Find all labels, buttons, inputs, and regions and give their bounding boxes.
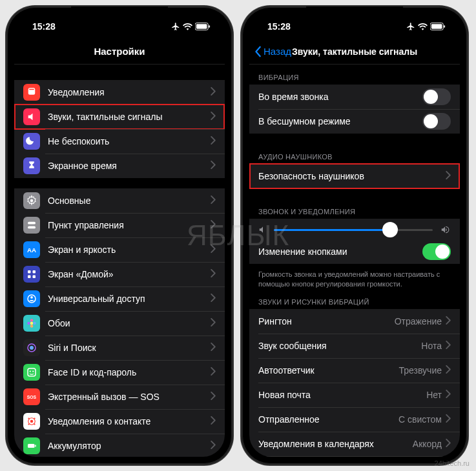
wifi-icon <box>183 23 192 30</box>
settings-row[interactable]: Уведомления <box>14 80 225 105</box>
volume-low-icon <box>258 225 267 234</box>
back-button[interactable]: Назад <box>254 46 291 57</box>
row-label: Новая почта <box>258 390 426 400</box>
airplane-icon <box>406 22 415 31</box>
settings-row[interactable]: Face ID и код-пароль <box>14 360 225 385</box>
toggle[interactable] <box>422 113 451 130</box>
notification-icon <box>23 84 40 101</box>
sos-icon: SOS <box>23 388 40 405</box>
sound-row[interactable]: Уведомления в календаряхАккорд <box>249 432 460 456</box>
status-icons <box>171 22 211 31</box>
svg-rect-22 <box>28 368 36 376</box>
row-label: Автоответчик <box>258 365 399 376</box>
chevron-right-icon <box>211 195 216 206</box>
svg-point-27 <box>30 420 34 423</box>
chevron-right-icon <box>446 389 451 401</box>
chevron-right-icon <box>211 366 216 378</box>
grid-icon <box>23 266 40 283</box>
group-notifications: УведомленияЗвуки, тактильные сигналыНе б… <box>14 80 225 178</box>
settings-row[interactable]: Экранное время <box>14 154 225 178</box>
volume-high-icon <box>439 225 451 234</box>
row-label: Универсальный доступ <box>48 294 211 304</box>
chevron-right-icon <box>446 340 451 352</box>
settings-row[interactable]: SOSЭкстренный вызов — SOS <box>14 385 225 409</box>
row-change-with-buttons[interactable]: Изменение кнопками <box>249 239 460 264</box>
row-value: Нет <box>426 390 442 400</box>
settings-row[interactable]: Звуки, тактильные сигналы <box>14 105 225 129</box>
sound-row[interactable]: РингтонОтражение <box>249 309 460 334</box>
wifi-icon <box>418 23 428 30</box>
row-label: Рингтон <box>258 316 395 326</box>
chevron-right-icon <box>211 219 216 231</box>
sound-row[interactable]: УведомленияАккорд <box>249 456 460 457</box>
moon-icon <box>23 133 40 150</box>
svg-rect-1 <box>196 24 207 28</box>
settings-row[interactable]: AAЭкран и яркость <box>14 237 225 262</box>
phone-right: 15:28 Назад Звуки, тактильные сигналы ВИ… <box>242 6 468 465</box>
row-value: С свистом <box>398 414 442 425</box>
chevron-right-icon <box>446 414 451 425</box>
group-ringer: Изменение кнопками <box>249 219 460 264</box>
svg-text:AA: AA <box>27 246 36 254</box>
chevron-right-icon <box>211 244 216 256</box>
svg-rect-11 <box>28 276 31 279</box>
person-icon <box>23 290 40 307</box>
volume-slider[interactable] <box>274 229 433 231</box>
row-value: Нота <box>421 341 442 351</box>
group-sounds: РингтонОтражениеЗвук сообщенияНотаАвтоот… <box>249 309 460 457</box>
toggle[interactable] <box>422 88 451 105</box>
toggle-row[interactable]: Во время звонка <box>249 85 460 109</box>
settings-row[interactable]: Не беспокоить <box>14 129 225 154</box>
navbar: Настройки <box>14 39 225 65</box>
row-label: Экстренный вызов — SOS <box>48 392 211 402</box>
section-header-ringer: ЗВОНОК И УВЕДОМЛЕНИЯ <box>249 199 460 219</box>
toggle-change-with-buttons[interactable] <box>422 243 451 260</box>
sound-row[interactable]: Новая почтаНет <box>249 383 460 407</box>
svg-point-28 <box>28 417 29 419</box>
settings-row[interactable]: Экран «Домой» <box>14 262 225 286</box>
svg-point-29 <box>34 417 35 419</box>
screen-right: 15:28 Назад Звуки, тактильные сигналы ВИ… <box>249 14 460 457</box>
row-label: Звуки, тактильные сигналы <box>48 112 211 122</box>
sound-row[interactable]: ОтправленноеС свистом <box>249 407 460 432</box>
screen-left: 15:28 Настройки УведомленияЗвуки, тактил… <box>14 14 225 457</box>
svg-point-14 <box>30 296 33 299</box>
chevron-right-icon <box>211 317 216 329</box>
row-label: Безопасность наушников <box>258 171 446 181</box>
svg-point-13 <box>28 295 36 303</box>
settings-row[interactable]: Пункт управления <box>14 213 225 237</box>
row-headphone-safety[interactable]: Безопасность наушников <box>249 164 460 188</box>
settings-row[interactable]: Обои <box>14 311 225 336</box>
settings-row[interactable]: Универсальный доступ <box>14 286 225 311</box>
exposure-icon <box>23 413 40 430</box>
svg-point-21 <box>30 346 34 350</box>
row-label: Пункт управления <box>48 220 211 230</box>
section-header-vibration: ВИБРАЦИЯ <box>249 65 460 85</box>
chevron-right-icon <box>211 293 216 305</box>
chevron-left-icon <box>254 46 262 57</box>
row-label: Уведомления в календарях <box>258 439 413 449</box>
sound-icon <box>23 108 40 125</box>
svg-rect-33 <box>35 445 36 447</box>
svg-rect-36 <box>444 25 445 28</box>
row-label: Уведомления <box>48 87 211 97</box>
sounds-list[interactable]: ВИБРАЦИЯ Во время звонкаВ бесшумном режи… <box>249 65 460 457</box>
section-header-sounds: ЗВУКИ И РИСУНКИ ВИБРАЦИЙ <box>249 289 460 309</box>
sound-row[interactable]: Звук сообщенияНота <box>249 334 460 358</box>
row-label: Обои <box>48 318 211 328</box>
svg-point-16 <box>30 319 34 322</box>
airplane-icon <box>171 22 180 31</box>
settings-row[interactable]: Аккумулятор <box>14 434 225 457</box>
svg-rect-2 <box>209 25 210 28</box>
settings-list[interactable]: УведомленияЗвуки, тактильные сигналыНе б… <box>14 65 225 457</box>
settings-row[interactable]: Основные <box>14 188 225 213</box>
settings-row[interactable]: Siri и Поиск <box>14 336 225 360</box>
toggle-row[interactable]: В бесшумном режиме <box>249 109 460 134</box>
page-title: Звуки, тактильные сигналы <box>292 46 417 57</box>
chevron-right-icon <box>446 438 451 450</box>
page-title: Настройки <box>94 46 145 57</box>
svg-point-31 <box>34 423 35 425</box>
row-label: Уведомления о контакте <box>48 416 211 426</box>
settings-row[interactable]: Уведомления о контакте <box>14 409 225 434</box>
sound-row[interactable]: АвтоответчикТрезвучие <box>249 358 460 383</box>
